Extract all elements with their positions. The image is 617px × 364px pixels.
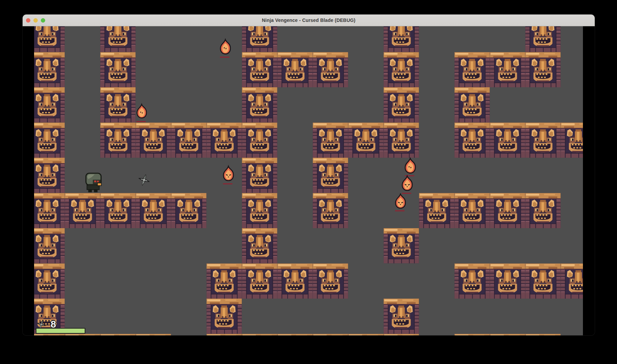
demon-face-tile — [34, 334, 65, 336]
game-canvas — [34, 26, 583, 335]
demon-face-tile — [454, 193, 490, 229]
demon-face-tile — [313, 264, 348, 299]
demon-face-tile — [65, 334, 100, 336]
demon-face-tile — [277, 52, 313, 88]
demon-face-tile — [242, 334, 277, 336]
flame-enemy — [223, 166, 233, 181]
demon-face-tile — [34, 193, 65, 229]
demon-face-tile — [490, 264, 525, 299]
window-titlebar[interactable]: Ninja Vengence - Cursed Blade (DEBUG) — [23, 14, 595, 26]
enemy-hp-bar — [402, 193, 411, 194]
demon-face-tile — [384, 123, 419, 158]
enemy-hp-bar — [395, 210, 404, 211]
demon-face-tile — [34, 228, 65, 264]
demon-face-tile — [136, 334, 171, 336]
demon-face-tile — [454, 52, 490, 88]
demon-face-tile — [490, 52, 525, 88]
flame-enemy — [220, 40, 230, 54]
demon-face-tile — [454, 87, 490, 123]
demon-face-tile — [454, 123, 490, 158]
demon-face-tile — [242, 228, 277, 264]
demon-face-tile — [490, 334, 525, 336]
demon-face-tile — [277, 334, 313, 336]
enemy-hp-bar — [405, 175, 414, 176]
demon-face-tile — [525, 52, 561, 88]
demon-face-tile — [525, 123, 561, 158]
demon-face-tile — [34, 52, 65, 88]
flame-enemy — [396, 194, 405, 208]
demon-face-tile — [313, 123, 348, 158]
demon-face-tile — [206, 334, 242, 336]
demon-face-tile — [100, 87, 136, 123]
demon-face-tile — [313, 52, 348, 88]
demon-face-tile — [384, 87, 419, 123]
demon-face-tile — [525, 334, 561, 336]
enemy-hp-bar — [220, 57, 229, 58]
ninja-player — [86, 173, 102, 192]
demon-face-tile — [384, 26, 419, 52]
demon-face-tile — [525, 26, 561, 52]
demon-face-tile — [100, 193, 136, 229]
demon-face-tile — [242, 87, 277, 123]
demon-face-tile — [242, 52, 277, 88]
demon-face-tile — [561, 264, 583, 299]
demon-face-tile — [313, 334, 348, 336]
flame-enemy — [402, 176, 412, 190]
demon-face-tile — [100, 334, 136, 336]
demon-face-tile — [384, 228, 419, 264]
demon-face-tile — [34, 87, 65, 123]
demon-face-tile — [136, 123, 171, 158]
window-title: Ninja Vengence - Cursed Blade (DEBUG) — [23, 14, 595, 26]
demon-face-tile — [454, 264, 490, 299]
demon-face-tile — [419, 193, 454, 229]
game-viewport[interactable]: 8 — [34, 26, 583, 335]
demon-face-tile — [313, 193, 348, 229]
demon-face-tile — [525, 193, 561, 229]
demon-face-tile — [242, 26, 277, 52]
demon-face-tile — [171, 193, 206, 229]
demon-face-tile — [34, 158, 65, 193]
demon-face-tile — [561, 123, 583, 158]
demon-face-tile — [348, 334, 384, 336]
demon-face-tile — [242, 264, 277, 299]
demon-face-tile — [242, 123, 277, 158]
demon-face-tile — [206, 264, 242, 299]
demon-face-tile — [206, 299, 242, 334]
enemy-hp-bar — [223, 183, 232, 184]
demon-face-tile — [384, 52, 419, 88]
demon-face-tile — [525, 264, 561, 299]
demon-face-tile — [454, 334, 490, 336]
demon-face-tile — [65, 193, 100, 229]
demon-face-tile — [100, 52, 136, 88]
demon-face-tile — [100, 26, 136, 52]
demon-face-tile — [313, 158, 348, 193]
demon-face-tile — [490, 193, 525, 229]
demon-face-tile — [171, 123, 206, 158]
demon-face-tile — [34, 299, 65, 334]
enemy-hp-bar — [136, 121, 146, 122]
desktop-background: Ninja Vengence - Cursed Blade (DEBUG) — [0, 0, 617, 364]
demon-face-tile — [206, 123, 242, 158]
demon-face-tile — [34, 123, 65, 158]
demon-face-tile — [34, 264, 65, 299]
demon-face-tile — [242, 193, 277, 229]
demon-face-tile — [384, 334, 419, 336]
flame-enemy — [405, 158, 415, 173]
shuriken-projectile — [137, 173, 151, 187]
demon-face-tile — [277, 264, 313, 299]
demon-face-tile — [242, 158, 277, 193]
flame-enemy — [137, 104, 146, 118]
demon-face-tile — [136, 193, 171, 229]
demon-face-tile — [348, 123, 384, 158]
demon-face-tile — [100, 123, 136, 158]
demon-face-tile — [490, 123, 525, 158]
demon-face-tile — [384, 299, 419, 334]
game-window: Ninja Vengence - Cursed Blade (DEBUG) — [23, 14, 595, 335]
demon-face-tile — [34, 26, 65, 52]
